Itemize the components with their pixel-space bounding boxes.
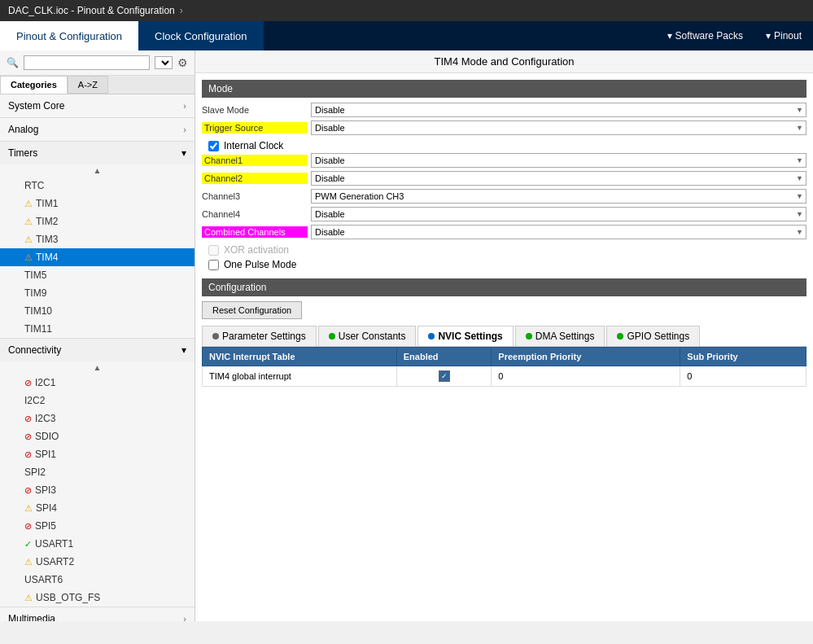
tab-parameter-settings[interactable]: Parameter Settings <box>202 326 317 346</box>
nvic-table: NVIC Interrupt Table Enabled Preemption … <box>202 347 806 387</box>
sidebar-item-connectivity[interactable]: Connectivity ▾ <box>0 339 195 361</box>
sidebar-item-multimedia[interactable]: Multimedia › <box>0 607 195 621</box>
list-item-i2c1[interactable]: ⊘ I2C1 <box>0 374 195 392</box>
chevron-right-icon-analog: › <box>183 125 186 134</box>
sidebar-item-timers[interactable]: Timers ▾ <box>0 142 195 164</box>
search-dropdown[interactable] <box>155 56 173 69</box>
tab-a-z[interactable]: A->Z <box>68 76 108 94</box>
list-item-tim4[interactable]: ⚠ TIM4 <box>0 248 195 266</box>
top-nav: Pinout & Configuration Clock Configurati… <box>0 21 813 50</box>
slave-mode-row: Slave Mode Disable <box>202 103 806 117</box>
combined-channels-label: Combined Channels <box>202 226 308 238</box>
scroll-up-button-conn[interactable]: ▲ <box>0 361 195 374</box>
nvic-interrupt-name: TIM4 global interrupt <box>203 366 397 387</box>
tab-software-packs[interactable]: ▾ Software Packs <box>656 21 754 50</box>
multimedia-label: Multimedia <box>8 613 55 621</box>
reset-config-button[interactable]: Reset Configuration <box>202 301 302 319</box>
slave-mode-select-wrapper: Disable <box>311 103 806 117</box>
list-item-usart1[interactable]: ✓ USART1 <box>0 535 195 553</box>
combined-channels-row: Combined Channels Disable <box>202 225 806 239</box>
tab-pinout[interactable]: Pinout & Configuration <box>0 21 138 50</box>
list-item-usart6[interactable]: USART6 <box>0 571 195 589</box>
warning-icon-spi4: ⚠ <box>24 503 33 514</box>
list-item-spi2[interactable]: SPI2 <box>0 463 195 481</box>
list-item-i2c2[interactable]: I2C2 <box>0 392 195 410</box>
tab-categories[interactable]: Categories <box>0 76 68 94</box>
nvic-enabled-checkbox[interactable]: ✓ <box>439 370 450 382</box>
list-item-rtc[interactable]: RTC <box>0 177 195 195</box>
warning-icon-tim2: ⚠ <box>24 217 33 227</box>
list-item-spi4[interactable]: ⚠ SPI4 <box>0 499 195 517</box>
search-icon: 🔍 <box>7 57 19 68</box>
internal-clock-checkbox[interactable] <box>208 141 219 151</box>
trigger-source-select[interactable]: Disable <box>311 120 806 135</box>
ok-icon-usart1: ✓ <box>24 539 32 550</box>
xor-activation-row: XOR activation <box>202 243 806 257</box>
list-item-usart2[interactable]: ⚠ USART2 <box>0 553 195 571</box>
slave-mode-select[interactable]: Disable <box>311 103 806 117</box>
channel3-label: Channel3 <box>202 191 308 201</box>
channel4-select-wrapper: Disable <box>311 207 806 221</box>
tab-clock[interactable]: Clock Configuration <box>138 21 263 50</box>
sidebar-content: System Core › Analog › Timers ▾ ▲ RTC <box>0 94 195 621</box>
list-item-tim10[interactable]: TIM10 <box>0 302 195 320</box>
list-item-spi1[interactable]: ⊘ SPI1 <box>0 445 195 463</box>
xor-activation-checkbox[interactable] <box>208 245 219 256</box>
trigger-source-row: Trigger Source Disable <box>202 120 806 135</box>
dot-parameter <box>212 333 219 340</box>
list-item-tim3[interactable]: ⚠ TIM3 <box>0 230 195 248</box>
sidebar-item-system-core[interactable]: System Core › <box>0 94 195 118</box>
warning-icon-tim4: ⚠ <box>24 252 33 263</box>
error-icon-i2c1: ⊘ <box>24 378 32 388</box>
channel4-label: Channel4 <box>202 209 308 219</box>
gear-icon[interactable]: ⚙ <box>177 56 188 69</box>
scroll-up-button[interactable]: ▲ <box>0 164 195 177</box>
one-pulse-mode-checkbox[interactable] <box>208 260 219 270</box>
dot-dma <box>526 333 532 340</box>
config-tabs: Parameter Settings User Constants NVIC S… <box>202 326 806 347</box>
tab-dma-settings[interactable]: DMA Settings <box>515 326 605 346</box>
sidebar: 🔍 ⚙ Categories A->Z System Core › Analog… <box>0 50 195 621</box>
list-item-i2c3[interactable]: ⊘ I2C3 <box>0 410 195 427</box>
channel1-select-wrapper: Disable <box>311 153 806 168</box>
chevron-right-icon: › <box>183 101 186 111</box>
list-item-sdio[interactable]: ⊘ SDIO <box>0 427 195 445</box>
combined-channels-select-wrapper: Disable <box>311 225 806 239</box>
list-item-usb-otg-fs[interactable]: ⚠ USB_OTG_FS <box>0 589 195 607</box>
chevron-down-icon-timers: ▾ <box>181 147 186 159</box>
tab-gpio-settings[interactable]: GPIO Settings <box>606 326 700 346</box>
channel4-select[interactable]: Disable <box>311 207 806 221</box>
connectivity-section: Connectivity ▾ ▲ ⊘ I2C1 I2C2 ⊘ I2C3 <box>0 339 195 607</box>
error-icon-i2c3: ⊘ <box>24 414 32 424</box>
internal-clock-row: Internal Clock <box>202 138 806 153</box>
list-item-spi3[interactable]: ⊘ SPI3 <box>0 481 195 499</box>
list-item-tim1[interactable]: ⚠ TIM1 <box>0 195 195 212</box>
list-item-tim11[interactable]: TIM11 <box>0 320 195 338</box>
tab-user-constants[interactable]: User Constants <box>318 326 417 346</box>
sidebar-item-analog[interactable]: Analog › <box>0 118 195 142</box>
content-title: TIM4 Mode and Configuration <box>195 50 813 73</box>
error-icon-sdio: ⊘ <box>24 432 32 442</box>
channel3-select[interactable]: PWM Generation CH3 <box>311 189 806 204</box>
trigger-source-label: Trigger Source <box>202 122 308 134</box>
list-item-tim5[interactable]: TIM5 <box>0 266 195 284</box>
list-item-spi5[interactable]: ⊘ SPI5 <box>0 517 195 535</box>
tab-nvic-settings[interactable]: NVIC Settings <box>417 326 513 346</box>
sidebar-search-bar: 🔍 ⚙ <box>0 50 195 76</box>
combined-channels-select[interactable]: Disable <box>311 225 806 239</box>
error-icon-spi5: ⊘ <box>24 521 32 532</box>
channel2-select[interactable]: Disable <box>311 171 806 186</box>
dot-nvic <box>428 333 435 340</box>
channel2-select-wrapper: Disable <box>311 171 806 186</box>
mode-section: Mode Slave Mode Disable Trigger Source D… <box>195 73 813 278</box>
list-item-tim9[interactable]: TIM9 <box>0 284 195 302</box>
channel1-select[interactable]: Disable <box>311 153 806 168</box>
list-item-tim2[interactable]: ⚠ TIM2 <box>0 212 195 230</box>
title-text: DAC_CLK.ioc - Pinout & Configuration <box>8 5 175 16</box>
tab-pinout-sub[interactable]: ▾ Pinout <box>754 21 813 50</box>
right-content: TIM4 Mode and Configuration Mode Slave M… <box>195 50 813 621</box>
sidebar-tabs: Categories A->Z <box>0 76 195 94</box>
slave-mode-label: Slave Mode <box>202 105 308 115</box>
error-icon-spi3: ⊘ <box>24 485 32 496</box>
search-input[interactable] <box>24 55 150 70</box>
